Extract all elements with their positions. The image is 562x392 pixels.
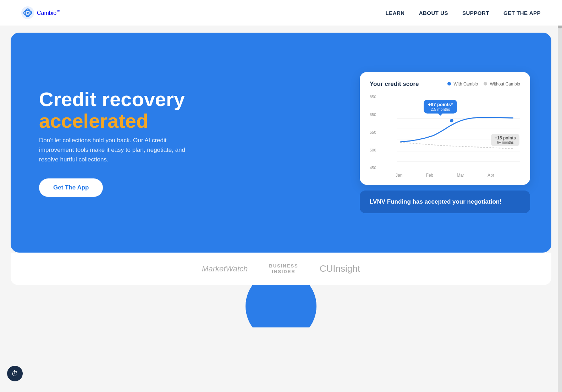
svg-point-3: [27, 12, 29, 14]
bottom-circle: [246, 285, 316, 327]
logo-brand-name: Cambio: [37, 10, 56, 16]
logo[interactable]: Cambio™: [21, 6, 60, 19]
nav-get-app[interactable]: GET THE APP: [503, 10, 541, 16]
tooltip-blue-main: +87 points*: [428, 102, 453, 107]
hero-title-line1: Credit recovery: [39, 88, 185, 110]
hero-subtitle: Don't let collections hold you back. Our…: [39, 136, 195, 165]
navbar: Cambio™ LEARN ABOUT US SUPPORT GET THE A…: [0, 0, 562, 26]
nav-about-us[interactable]: ABOUT US: [419, 10, 448, 16]
chart-legend: With Cambio Without Cambio: [447, 82, 520, 87]
legend-gray-dot: [484, 82, 487, 85]
legend-blue-dot: [447, 82, 451, 85]
chart-card: Your credit score With Cambio Without Ca…: [360, 72, 530, 185]
nav-learn[interactable]: LEARN: [386, 10, 405, 16]
nav-support[interactable]: SUPPORT: [462, 10, 489, 16]
tooltip-gray: +15 points 6+ months: [491, 134, 519, 146]
hero-right: Your credit score With Cambio Without Ca…: [360, 72, 530, 213]
legend-without-cambio: Without Cambio: [484, 82, 520, 87]
hero-section: Credit recovery accelerated Don't let co…: [11, 33, 551, 253]
chart-x-labels: Jan Feb Mar Apr: [370, 173, 520, 178]
svg-point-10: [450, 119, 453, 122]
press-business-insider: BUSINESSINSIDER: [269, 263, 298, 274]
scrollbar[interactable]: [558, 0, 562, 327]
tooltip-gray-main: +15 points: [495, 136, 516, 140]
legend-without-label: Without Cambio: [490, 82, 520, 87]
nav-links: LEARN ABOUT US SUPPORT GET THE APP: [386, 10, 541, 16]
press-section: MarketWatch BUSINESSINSIDER CUInsight: [11, 253, 551, 285]
hero-title: Credit recovery accelerated: [39, 88, 195, 132]
chart-area: 850 650 550 500 450: [370, 93, 520, 171]
hero-title-line2: accelerated: [39, 110, 148, 132]
chart-header: Your credit score With Cambio Without Ca…: [370, 81, 520, 88]
press-cuinsight: CUInsight: [320, 263, 360, 274]
logo-tm: ™: [56, 9, 60, 13]
legend-with-cambio: With Cambio: [447, 82, 478, 87]
negotiation-text: LVNV Funding has accepted your negotiati…: [370, 198, 502, 205]
get-app-button[interactable]: Get The App: [39, 178, 103, 197]
tooltip-blue-sub: 2.5 months: [428, 107, 453, 111]
logo-text: Cambio™: [37, 9, 60, 16]
chart-y-labels: 850 650 550 500 450: [370, 93, 382, 171]
tooltip-blue: +87 points* 2.5 months: [424, 100, 457, 114]
hero-left: Credit recovery accelerated Don't let co…: [39, 88, 195, 197]
tooltip-gray-sub: 6+ months: [495, 140, 516, 144]
negotiation-card: LVNV Funding has accepted your negotiati…: [360, 191, 530, 213]
bottom-circle-section: [0, 285, 562, 327]
press-marketwatch: MarketWatch: [202, 264, 248, 274]
chart-title: Your credit score: [370, 81, 419, 88]
logo-icon: [21, 6, 34, 19]
legend-with-label: With Cambio: [454, 82, 478, 87]
